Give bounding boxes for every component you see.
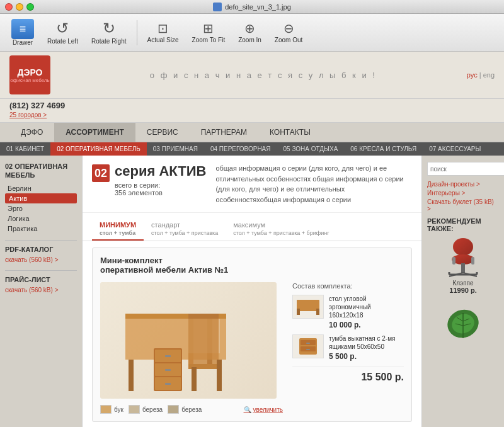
drawer-label: Drawer [13,39,33,46]
drawer-icon [11,19,34,39]
site-logo[interactable]: ДЭРО офисная мебель [9,55,50,94]
svg-rect-37 [471,257,474,265]
zoom-in-label: Zoom In [238,37,261,43]
lang-ru[interactable]: рус [467,71,478,79]
window-title: defo_site_vn_3_1.jpg [213,3,291,11]
zoom-to-fit-button[interactable]: ⊞ Zoom To Fit [187,19,231,47]
subnav-operative[interactable]: 02 ОПЕРАТИВНАЯ МЕБЕЛЬ [50,142,147,156]
rotate-right-button[interactable]: ↻ Rotate Right [86,18,132,48]
sidebar-item-ergo[interactable]: Эрго [5,203,77,214]
subnav-cabinets[interactable]: 01 КАБИНЕТ [0,142,50,156]
sidebar-item-aktiv[interactable]: Актив [5,193,77,203]
minimize-button[interactable] [16,3,23,11]
tab-maximum[interactable]: максимум стол + тумба + приставка + бриф… [226,218,336,241]
language-switcher[interactable]: рус | eng [467,71,495,79]
nav-item-service[interactable]: СЕРВИС [135,123,190,142]
zoom-out-icon: ⊖ [284,22,294,35]
interiors-link[interactable]: Интерьеры > [427,190,499,196]
svg-rect-17 [165,355,171,357]
left-sidebar: 02 ОПЕРАТИВНАЯ МЕБЕЛЬ Берлин Актив Эрго … [0,156,82,427]
brochure-link[interactable]: Скачать буклет (35 kB) > [427,198,499,212]
swatch-buk[interactable]: бук [100,405,123,414]
subnav-meeting[interactable]: 04 ПЕРЕГОВОРНАЯ [204,142,277,156]
kit-item-1-info: стол угловой эргономичный 160х120х18 10 … [329,295,404,329]
zoom-out-button[interactable]: ⊖ Zoom Out [270,19,307,47]
product-image [100,282,277,399]
kit-item-1-img [295,297,321,316]
subnav-reception[interactable]: 03 ПРИЕМНАЯ [147,142,204,156]
kit-item-1-thumb [292,295,324,319]
site-slogan: о ф и с н а ч и н а е т с я с у л ы б к … [60,71,467,80]
logo-text-main: ДЭРО [18,67,43,77]
series-count-label: всего в серии: 356 элементов [115,181,206,196]
kit-item-2: тумба выкатная с 2-мя ящиками 50х60х50 5… [292,334,404,361]
kit-item-1-name: стол угловой эргономичный 160х120х18 [329,295,404,319]
series-name: серия АКТИВ [115,163,206,179]
tab-minimum[interactable]: МИНИМУМ стол + тумба [92,218,144,241]
svg-rect-19 [165,383,171,385]
site-header: ДЭРО офисная мебель о ф и с н а ч и н а … [0,52,504,99]
zoom-in-button[interactable]: ⊕ Zoom In [233,19,266,47]
price-download-link[interactable]: скачать (560 kB) > [5,287,58,293]
close-button[interactable] [5,3,13,11]
desk-illustration [106,285,270,396]
leaf-decoration-area [427,304,499,341]
cities-link[interactable]: 25 городов > [9,111,47,118]
recommend-price: 11990 р. [449,287,476,294]
tab-standart[interactable]: стандарт стол + тумба + приставка [144,218,226,241]
kit-item-2-price: 5 500 р. [329,352,404,361]
svg-rect-9 [188,319,219,369]
product-title: Мини-комплект оперативной мебели Актив №… [100,256,404,275]
swatch-bereza2[interactable]: береза [168,405,202,414]
sidebar-item-logika[interactable]: Логика [5,214,77,224]
kit-item-2-thumb [292,334,324,358]
file-icon [213,3,222,11]
search-input[interactable] [427,162,504,176]
rotate-left-label: Rotate Left [47,38,78,45]
sidebar-section-series: 02 ОПЕРАТИВНАЯ МЕБЕЛЬ Берлин Актив Эрго … [5,162,77,234]
recommend-title: РЕКОМЕНДУЕМ ТАКЖЕ: [427,217,499,232]
nav-item-daefo[interactable]: ДЭФО [9,123,54,142]
swatch-bereza1[interactable]: береза [129,405,163,414]
recommend-name: Клэппе [452,280,473,287]
lang-en[interactable]: eng [483,71,495,79]
rotate-right-icon: ↻ [103,21,115,36]
kit-item-2-name: тумба выкатная с 2-мя ящиками 50х60х50 [329,334,404,351]
subnav-rest[interactable]: 05 ЗОНА ОТДЫХА [277,142,345,156]
sidebar-pdf-section: PDF-КАТАЛОГ скачать (560 kB) > [5,246,77,264]
nav-item-partners[interactable]: ПАРТНЕРАМ [190,123,258,142]
price-section-title: ПРАЙС-ЛИСТ [5,276,77,283]
svg-rect-27 [306,349,310,350]
svg-rect-11 [217,360,222,391]
nav-item-contacts[interactable]: КОНТАКТЫ [258,123,322,142]
actual-size-icon: ⊡ [158,22,168,35]
nav-item-assortment[interactable]: АССОРТИМЕНТ [54,123,135,142]
search-bar: 🔍 [427,162,499,176]
titlebar: defo_site_vn_3_1.jpg [0,0,504,14]
window-controls[interactable] [5,3,34,11]
maximize-button[interactable] [26,3,34,11]
svg-rect-20 [297,300,319,311]
product-tabs: МИНИМУМ стол + тумба стандарт стол + тум… [83,213,421,241]
actual-size-label: Actual Size [147,37,179,43]
rotate-left-icon: ↺ [56,21,69,36]
right-sidebar: 🔍 Дизайн-проекты > Интерьеры > Скачать б… [422,156,504,427]
subnav-accessories[interactable]: 07 АКСЕССУАРЫ [423,142,487,156]
product-recommend: Клэппе 11990 р. [427,236,499,294]
leaf-icon [443,304,484,341]
series-header: 02 серия АКТИВ всего в серии: 356 элемен… [83,156,421,213]
zoom-icon: 🔍 [244,406,251,413]
kit-item-1-price: 10 000 р. [329,321,404,329]
swatch-box-bereza1 [129,405,140,414]
phone-row: (812) 327 4699 25 городов > [0,99,504,123]
subnav-chairs[interactable]: 06 КРЕСЛА И СТУЛЬЯ [344,142,423,156]
design-projects-link[interactable]: Дизайн-проекты > [427,181,499,188]
sidebar-item-praktika[interactable]: Практика [5,224,77,234]
zoom-link[interactable]: 🔍 увеличить [244,406,283,413]
toolbar: Drawer ↺ Rotate Left ↻ Rotate Right ⊡ Ac… [0,14,504,52]
pdf-download-link[interactable]: скачать (560 kB) > [5,256,58,263]
drawer-button[interactable]: Drawer [6,16,39,49]
actual-size-button[interactable]: ⊡ Actual Size [142,19,184,47]
rotate-left-button[interactable]: ↺ Rotate Left [42,18,83,48]
sidebar-item-berlin[interactable]: Берлин [5,183,77,193]
